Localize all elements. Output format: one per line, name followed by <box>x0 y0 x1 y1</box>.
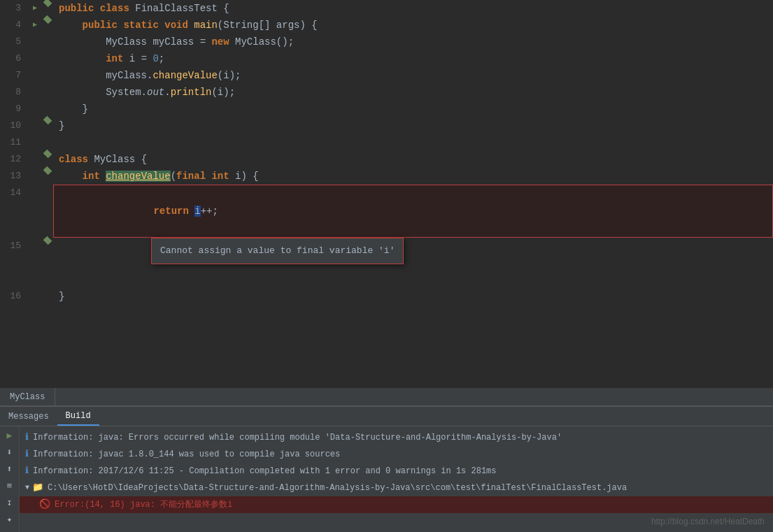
panel-tab-bar: Messages Build <box>0 407 773 426</box>
filter-icon[interactable]: ≡ <box>3 480 16 492</box>
message-item: ℹ Information: 2017/12/6 11:25 - Compila… <box>20 463 773 480</box>
info-icon: ℹ <box>25 447 29 461</box>
watermark: http://blog.csdn.net/HeatDeath <box>651 517 765 526</box>
settings-icon[interactable]: ✦ <box>3 513 16 526</box>
tab-build[interactable]: Build <box>57 407 99 426</box>
code-line-8: 8 System.out.println(i); <box>0 84 773 101</box>
error-item[interactable]: 🚫 Error:(14, 16) java: 不能分配最终参数i <box>20 496 773 513</box>
error-tooltip: Cannot assign a value to final variable … <box>151 238 404 264</box>
code-editor: 3 ▶ public class FinalClassTest { 4 ▶ pu… <box>0 0 773 406</box>
code-line-12: 12 class MyClass { <box>0 151 773 168</box>
error-icon: 🚫 <box>39 498 50 512</box>
class-tab-myclass[interactable]: MyClass <box>0 388 55 405</box>
scroll-up-icon[interactable]: ⬆ <box>3 463 16 475</box>
code-lines: 3 ▶ public class FinalClassTest { 4 ▶ pu… <box>0 0 773 388</box>
export-icon[interactable]: ↧ <box>3 496 16 509</box>
info-icon: ℹ <box>25 464 29 478</box>
info-icon: ℹ <box>25 431 29 445</box>
run-icon[interactable]: ▶ <box>33 0 37 17</box>
folder-icon: 📁 <box>32 481 43 495</box>
run-build-icon[interactable]: ▶ <box>3 429 16 442</box>
run-icon[interactable]: ▶ <box>33 17 37 34</box>
code-line-14: 14 return i++; <box>0 185 773 238</box>
code-line-3: 3 ▶ public class FinalClassTest { <box>0 0 773 17</box>
code-line-11: 11 <box>0 134 773 151</box>
code-line-15: 15 Cannot assign a value to final variab… <box>0 238 773 288</box>
message-item: ℹ Information: java: Errors occurred whi… <box>20 429 773 446</box>
message-item: ℹ Information: javac 1.8.0_144 was used … <box>20 446 773 463</box>
code-line-9: 9 } <box>0 101 773 117</box>
code-line-4: 4 ▶ public static void main(String[] arg… <box>0 17 773 34</box>
code-line-10: 10 } <box>0 117 773 134</box>
file-path-item[interactable]: ▼ 📁 C:\Users\HotD\IdeaProjects\Data-Stru… <box>20 480 773 496</box>
code-line-13: 13 int changeValue(final int i) { <box>0 168 773 185</box>
code-line-5: 5 MyClass myClass = new MyClass(); <box>0 34 773 50</box>
code-line-6: 6 int i = 0; <box>0 50 773 67</box>
tab-messages[interactable]: Messages <box>0 407 57 426</box>
class-tab-bar: MyClass <box>0 388 773 406</box>
code-line-16: 16 } <box>0 288 773 305</box>
panel-side-toolbar: ▶ ⬇ ⬆ ≡ ↧ ✦ <box>0 426 20 532</box>
bottom-panel: Messages Build ▶ ⬇ ⬆ ≡ ↧ ✦ ℹ Information… <box>0 406 773 532</box>
expand-icon: ▼ <box>25 481 29 495</box>
scroll-down-icon[interactable]: ⬇ <box>3 446 16 459</box>
code-line-7: 7 myClass.changeValue(i); <box>0 67 773 84</box>
